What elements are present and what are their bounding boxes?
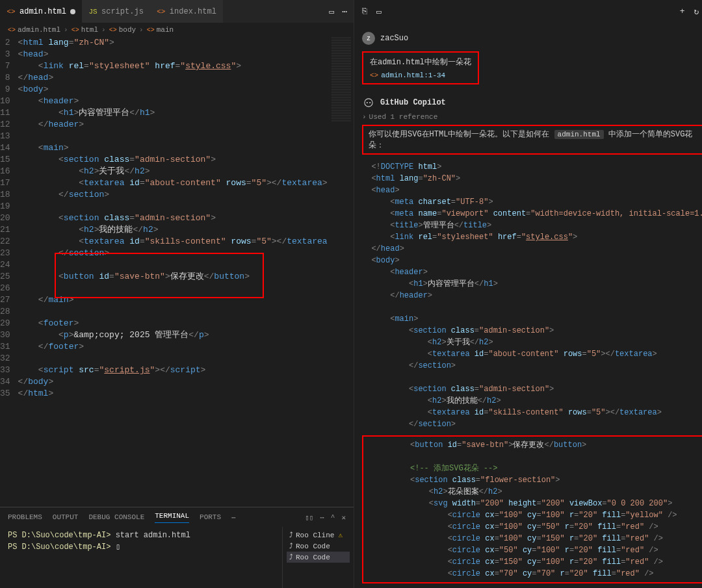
svg-point-1: [367, 102, 368, 103]
bot-name: GitHub Copilot: [380, 98, 446, 107]
panel-tab-debug-console[interactable]: DEBUG CONSOLE: [88, 513, 144, 521]
editor-tab[interactable]: <>admin.html: [0, 0, 82, 23]
terminal-list-item[interactable]: ⤴ Roo Code: [287, 552, 350, 563]
terminal-prompt: PS D:\Suo\code\tmp-AI>: [8, 543, 110, 552]
svg-point-0: [365, 99, 372, 107]
terminal-list-item[interactable]: ⤴ Roo Code: [287, 541, 350, 552]
add-icon[interactable]: +: [680, 6, 685, 17]
rocket-icon: ⤴: [289, 531, 293, 539]
more-icon[interactable]: ⋯: [342, 6, 347, 17]
terminal-list-item[interactable]: ⤴ Roo Cline ⚠: [287, 530, 350, 541]
breadcrumb-item[interactable]: <> body: [109, 26, 136, 34]
panel-tab-ports[interactable]: PORTS: [200, 513, 221, 521]
rocket-icon: ⤴: [289, 542, 293, 550]
editor-tab-bar: <>admin.htmlJSscript.js<>index.html ▭ ⋯: [0, 0, 354, 23]
user-message-box: 在admin.html中绘制一朵花 <> admin.html:1-34: [362, 51, 479, 84]
split-terminal-icon[interactable]: ▯▯: [305, 513, 313, 522]
warning-icon: ⚠: [338, 531, 343, 539]
svg-point-2: [369, 102, 370, 103]
minimap[interactable]: [332, 37, 351, 121]
chat-pane: ⎘ ▭ + ↻ ⋯ z zacSuo 在admin.html中绘制一朵花 <> …: [354, 0, 702, 588]
chat-code-block[interactable]: <!DOCTYPE html> <html lang="zh-CN"> <hea…: [362, 161, 702, 430]
panel-actions: ▯▯ ⋯ ^ ✕: [305, 513, 346, 522]
chevron-up-icon[interactable]: ^: [331, 513, 335, 521]
breadcrumb-item[interactable]: <> admin.html: [8, 26, 60, 34]
used-reference[interactable]: ›Used 1 reference: [362, 113, 702, 121]
bot-avatar: [362, 96, 375, 109]
panel-tab-problems[interactable]: PROBLEMS: [8, 513, 42, 521]
html-icon: <>: [157, 7, 166, 16]
chat-header: ⎘ ▭ + ↻ ⋯: [354, 0, 702, 23]
code-editor[interactable]: 2378910111213141516171819202122232425262…: [0, 37, 354, 507]
terminal-cursor: ▯: [116, 543, 120, 552]
terminal-prompt: PS D:\Suo\code\tmp-AI>: [8, 531, 110, 540]
line-gutter: 2378910111213141516171819202122232425262…: [0, 37, 18, 507]
tab-label: index.html: [170, 7, 216, 16]
annotation-box: <button id="save-btn">保存更改</button> <!--…: [362, 435, 702, 583]
editor-tab[interactable]: JSscript.js: [82, 0, 150, 23]
new-file-icon[interactable]: ⎘: [362, 6, 367, 17]
user-name: zacSuo: [380, 34, 408, 43]
html-icon: <>: [370, 71, 378, 79]
html-icon: <>: [6, 7, 16, 16]
panel-tab-terminal[interactable]: TERMINAL: [155, 512, 189, 523]
panel-tabs: PROBLEMSOUTPUTDEBUG CONSOLETERMINALPORTS…: [0, 507, 354, 527]
file-reference[interactable]: <> admin.html:1-34: [370, 71, 471, 79]
js-icon: JS: [88, 7, 98, 16]
code-chip: admin.html: [554, 130, 604, 139]
rocket-icon: ⤴: [289, 553, 293, 561]
chat-code-highlighted: <button id="save-btn">保存更改</button> <!--…: [363, 437, 702, 582]
history-icon[interactable]: ↻: [694, 6, 699, 17]
layout-icon[interactable]: ▭: [376, 6, 382, 17]
modified-dot-icon: [70, 9, 75, 14]
close-icon[interactable]: ✕: [341, 513, 346, 522]
overflow-icon[interactable]: ⋯: [231, 513, 236, 522]
editor-pane: <>admin.htmlJSscript.js<>index.html ▭ ⋯ …: [0, 0, 354, 588]
split-editor-icon[interactable]: ▭: [329, 6, 334, 17]
tab-actions: ▭ ⋯: [329, 6, 354, 17]
terminal-list: ⤴ Roo Cline ⚠⤴ Roo Code⤴ Roo Code: [282, 527, 354, 588]
panel-tab-output[interactable]: OUTPUT: [53, 513, 79, 521]
bottom-panel: PROBLEMSOUTPUTDEBUG CONSOLETERMINALPORTS…: [0, 507, 354, 588]
breadcrumb-item[interactable]: <> main: [147, 26, 174, 34]
terminal[interactable]: PS D:\Suo\code\tmp-AI> start admin.html …: [0, 527, 282, 588]
more-icon[interactable]: ⋯: [320, 513, 324, 522]
editor-tab[interactable]: <>index.html: [150, 0, 223, 23]
user-avatar: z: [362, 32, 375, 45]
terminal-command: start admin.html: [116, 531, 190, 540]
breadcrumb-item[interactable]: <> html: [72, 26, 98, 34]
user-message: 在admin.html中绘制一朵花: [370, 57, 471, 68]
breadcrumbs[interactable]: <> admin.html›<> html›<> body›<> main: [0, 23, 354, 37]
code-content[interactable]: <html lang="zh-CN"> <head> <link rel="st…: [18, 37, 354, 507]
chat-body: z zacSuo 在admin.html中绘制一朵花 <> admin.html…: [354, 23, 702, 588]
tab-label: admin.html: [20, 7, 66, 16]
tab-label: script.js: [101, 7, 144, 16]
bot-message: 你可以使用SVG在HTML中绘制一朵花。以下是如何在 admin.html 中添…: [362, 125, 702, 155]
